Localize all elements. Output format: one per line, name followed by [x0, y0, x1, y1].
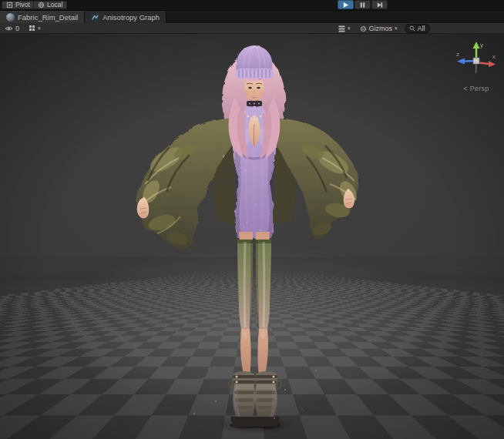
- local-label: Local: [47, 1, 62, 9]
- tab-anisotropy-graph[interactable]: Anisotropy Graph: [85, 11, 166, 23]
- draw-mode-dropdown[interactable]: ▾: [26, 24, 43, 33]
- gizmo-sphere-icon: [360, 25, 367, 32]
- scene-viewport[interactable]: y z x < Persp: [0, 34, 504, 439]
- main-toolbar: Pivot Local: [0, 0, 504, 10]
- pivot-toggle-button[interactable]: Pivot: [2, 1, 35, 9]
- beanie-hat: [235, 45, 274, 79]
- orientation-gizmo[interactable]: y z x < Persp: [453, 40, 499, 92]
- globe-icon: [38, 2, 45, 8]
- gizmos-dropdown[interactable]: Gizmos ▾: [358, 24, 400, 33]
- step-button[interactable]: [371, 0, 388, 9]
- scene-search-field[interactable]: All: [405, 24, 430, 33]
- chevron-down-icon: ▾: [38, 24, 41, 33]
- axis-gizmo-icon[interactable]: y z x: [455, 40, 498, 80]
- play-icon: [342, 2, 349, 8]
- perspective-toggle[interactable]: < Persp: [453, 85, 499, 92]
- scene-toolbar-left: 0 ▾: [0, 24, 43, 33]
- pivot-label: Pivot: [15, 1, 30, 9]
- scene-toolbar-right: ▾ Gizmos ▾ All: [336, 23, 430, 34]
- chevron-down-icon: ▾: [348, 24, 351, 33]
- character-model[interactable]: [123, 39, 385, 432]
- material-icon: [6, 13, 15, 22]
- step-forward-icon: [376, 2, 383, 8]
- axis-z-label: z: [456, 51, 459, 58]
- search-icon: [409, 25, 415, 32]
- legs: [237, 232, 271, 377]
- axis-x-label: x: [492, 53, 496, 60]
- grid-icon: [29, 25, 35, 32]
- unity-editor-window: Pivot Local: [0, 0, 504, 439]
- local-toggle-button[interactable]: Local: [33, 1, 67, 9]
- pivot-icon: [6, 2, 13, 8]
- layers-icon: [338, 25, 345, 32]
- chevron-down-icon: ▾: [395, 24, 398, 33]
- axis-y-label: y: [480, 42, 483, 49]
- overlay-menu-button[interactable]: ▾: [336, 24, 353, 33]
- tab-label: Anisotropy Graph: [102, 13, 160, 22]
- eye-icon: [5, 25, 13, 32]
- view-tab-bar: Fabric_Rim_Detail Anisotropy Graph: [0, 10, 504, 23]
- scene-visibility-button[interactable]: 0: [2, 24, 22, 33]
- scene-view-toolbar: 0 ▾ ▾: [0, 23, 504, 34]
- gizmos-label: Gizmos: [369, 25, 393, 32]
- tab-label: Fabric_Rim_Detail: [18, 13, 78, 22]
- pause-icon: [359, 2, 366, 8]
- play-button[interactable]: [338, 0, 354, 9]
- graph-icon: [91, 13, 99, 22]
- tab-fabric-rim-detail[interactable]: Fabric_Rim_Detail: [0, 11, 85, 23]
- pause-button[interactable]: [354, 0, 371, 9]
- hidden-count: 0: [15, 25, 19, 32]
- search-filter-label: All: [418, 25, 425, 32]
- playback-controls: [338, 0, 388, 9]
